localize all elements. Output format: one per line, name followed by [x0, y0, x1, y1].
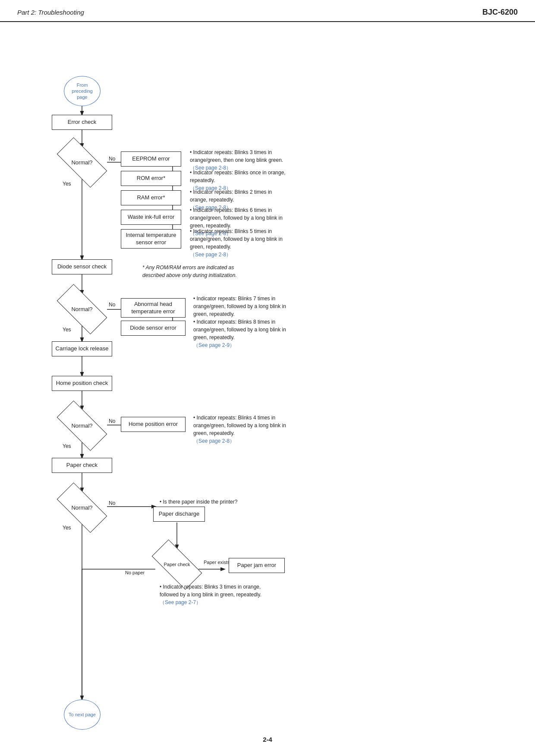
- label-no-paper: No paper: [125, 570, 145, 575]
- annotation-eeprom: • Indicator repeats: Blinks 3 times inor…: [190, 148, 354, 172]
- diamond-normal4: Normal?: [58, 491, 106, 523]
- annotation-diode-err: • Indicator repeats: Blinks 8 times inor…: [193, 318, 357, 349]
- label-yes2: Yes: [63, 327, 71, 333]
- diamond-paper-check: Paper check: [153, 548, 201, 580]
- label-yes3: Yes: [63, 443, 71, 449]
- box-paper-discharge: Paper discharge: [153, 507, 205, 522]
- box-carriage-lock: Carriage lock release: [52, 341, 112, 356]
- box-waste-ink: Waste ink-full error: [121, 210, 181, 225]
- box-diode-sensor-check: Diode sensor check: [52, 259, 112, 274]
- label-paper-exists: Paper exists: [204, 560, 230, 565]
- label-yes1: Yes: [63, 181, 71, 187]
- box-error-check: Error check: [52, 115, 112, 130]
- box-paper-check1: Paper check: [52, 458, 112, 473]
- annotation-paper-jam: • Indicator repeats: Blinks 3 times in o…: [160, 583, 345, 606]
- box-rom-error: ROM error*: [121, 171, 181, 186]
- arrows-svg: [0, 31, 535, 756]
- box-paper-jam-error: Paper jam error: [229, 558, 285, 573]
- box-internal-temp: Internal temperature sensor error: [121, 229, 181, 249]
- box-eeprom-error: EEPROM error: [121, 151, 181, 167]
- annotation-home-pos: • Indicator repeats: Blinks 4 times inor…: [193, 414, 357, 445]
- label-yes4: Yes: [63, 525, 71, 531]
- diamond-normal1: Normal?: [58, 146, 106, 178]
- box-home-position-error: Home position error: [121, 417, 186, 432]
- label-no3: No: [109, 418, 115, 424]
- box-ram-error: RAM error*: [121, 190, 181, 205]
- rom-ram-note: * Any ROM/RAM errors are indicated asdes…: [142, 264, 324, 279]
- box-diode-sensor-error: Diode sensor error: [121, 321, 186, 336]
- oval-from-preceding: From preceding page: [64, 76, 101, 106]
- label-no2: No: [109, 302, 115, 308]
- header-left: Part 2: Troubleshooting: [17, 9, 84, 16]
- label-no1: No: [109, 156, 115, 162]
- page-footer: 2-4: [0, 736, 535, 743]
- box-home-position-check: Home position check: [52, 376, 112, 391]
- oval-to-next: To next page: [64, 699, 101, 730]
- annotation-internal: • Indicator repeats: Blinks 5 times inor…: [190, 227, 354, 258]
- annotation-paper-question: • Is there paper inside the printer?: [160, 498, 324, 506]
- label-no4: No: [109, 500, 115, 506]
- box-abnormal-head: Abnormal head temperature error: [121, 298, 186, 318]
- diamond-normal3: Normal?: [58, 410, 106, 441]
- diamond-normal2: Normal?: [58, 293, 106, 325]
- annotation-abnormal: • Indicator repeats: Blinks 7 times inor…: [193, 295, 357, 318]
- flowchart-area: From preceding page Error check Normal? …: [0, 31, 535, 756]
- header-right: BJC-6200: [482, 8, 518, 17]
- page-header: Part 2: Troubleshooting BJC-6200: [0, 0, 535, 22]
